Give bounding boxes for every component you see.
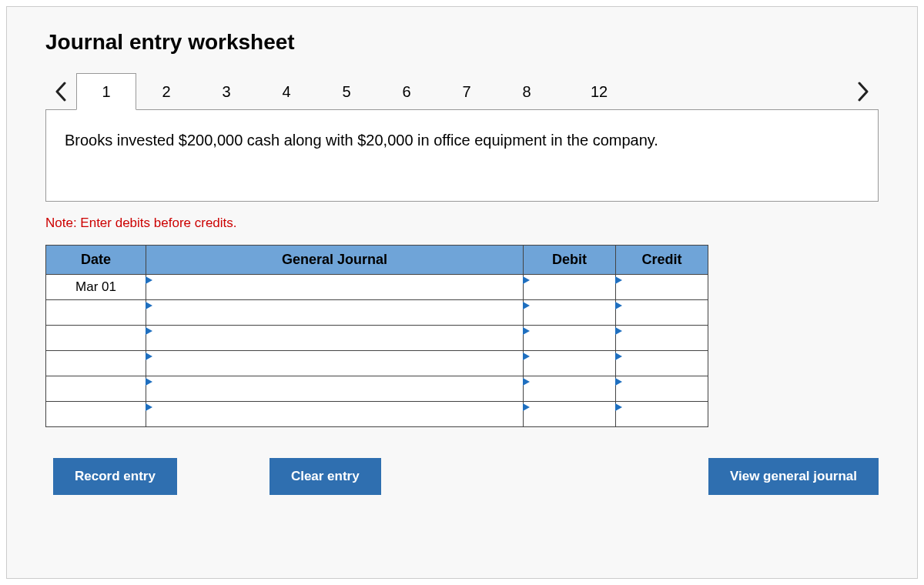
tab-5[interactable]: 5	[316, 73, 377, 110]
page-title: Journal entry worksheet	[45, 30, 879, 55]
debit-cell[interactable]	[524, 376, 616, 402]
credit-cell[interactable]	[616, 300, 708, 326]
journal-cell[interactable]	[146, 402, 524, 427]
table-row	[46, 300, 708, 326]
date-cell[interactable]	[46, 351, 146, 376]
journal-cell[interactable]	[146, 376, 524, 402]
tab-6[interactable]: 6	[377, 73, 437, 110]
date-cell[interactable]	[46, 402, 146, 427]
debit-cell[interactable]	[524, 275, 616, 300]
action-buttons: Record entry Clear entry View general jo…	[45, 458, 879, 495]
clear-entry-button[interactable]: Clear entry	[270, 458, 381, 495]
credit-cell[interactable]	[616, 376, 708, 402]
table-row: Mar 01	[46, 275, 708, 300]
chevron-right-icon	[857, 82, 869, 102]
prompt-text: Brooks invested $200,000 cash along with…	[65, 132, 658, 149]
tab-1[interactable]: 1	[76, 73, 136, 110]
table-row	[46, 376, 708, 402]
table-row	[46, 326, 708, 351]
table-header-row: Date General Journal Debit Credit	[46, 246, 708, 275]
journal-cell[interactable]	[146, 326, 524, 351]
tab-7[interactable]: 7	[437, 73, 497, 110]
record-entry-button[interactable]: Record entry	[53, 458, 177, 495]
debit-cell[interactable]	[524, 351, 616, 376]
date-cell[interactable]: Mar 01	[46, 275, 146, 300]
tab-8[interactable]: 8	[497, 73, 557, 110]
journal-cell[interactable]	[146, 275, 524, 300]
date-cell[interactable]	[46, 300, 146, 326]
worksheet-container: Journal entry worksheet 1 2 3 4 5 6 7 8 …	[6, 6, 918, 579]
tab-4[interactable]: 4	[256, 73, 316, 110]
tab-navigation: 1 2 3 4 5 6 7 8 12	[45, 73, 879, 110]
header-debit: Debit	[524, 246, 616, 275]
journal-cell[interactable]	[146, 300, 524, 326]
view-general-journal-button[interactable]: View general journal	[708, 458, 879, 495]
credit-cell[interactable]	[616, 402, 708, 427]
table-row	[46, 402, 708, 427]
next-tab-button[interactable]	[848, 76, 879, 107]
journal-entry-table: Date General Journal Debit Credit Mar 01	[45, 245, 708, 427]
prev-tab-button[interactable]	[45, 76, 76, 107]
journal-cell[interactable]	[146, 351, 524, 376]
chevron-left-icon	[55, 82, 67, 102]
debit-cell[interactable]	[524, 326, 616, 351]
credit-cell[interactable]	[616, 326, 708, 351]
header-journal: General Journal	[146, 246, 524, 275]
header-credit: Credit	[616, 246, 708, 275]
credit-cell[interactable]	[616, 275, 708, 300]
tab-12[interactable]: 12	[557, 73, 641, 110]
tab-2[interactable]: 2	[136, 73, 196, 110]
transaction-prompt: Brooks invested $200,000 cash along with…	[45, 109, 879, 202]
table-row	[46, 351, 708, 376]
tab-list: 1 2 3 4 5 6 7 8 12	[76, 73, 848, 110]
header-date: Date	[46, 246, 146, 275]
date-cell[interactable]	[46, 326, 146, 351]
debit-cell[interactable]	[524, 402, 616, 427]
credit-cell[interactable]	[616, 351, 708, 376]
date-cell[interactable]	[46, 376, 146, 402]
tab-3[interactable]: 3	[196, 73, 256, 110]
debit-cell[interactable]	[524, 300, 616, 326]
instruction-note: Note: Enter debits before credits.	[45, 216, 879, 231]
